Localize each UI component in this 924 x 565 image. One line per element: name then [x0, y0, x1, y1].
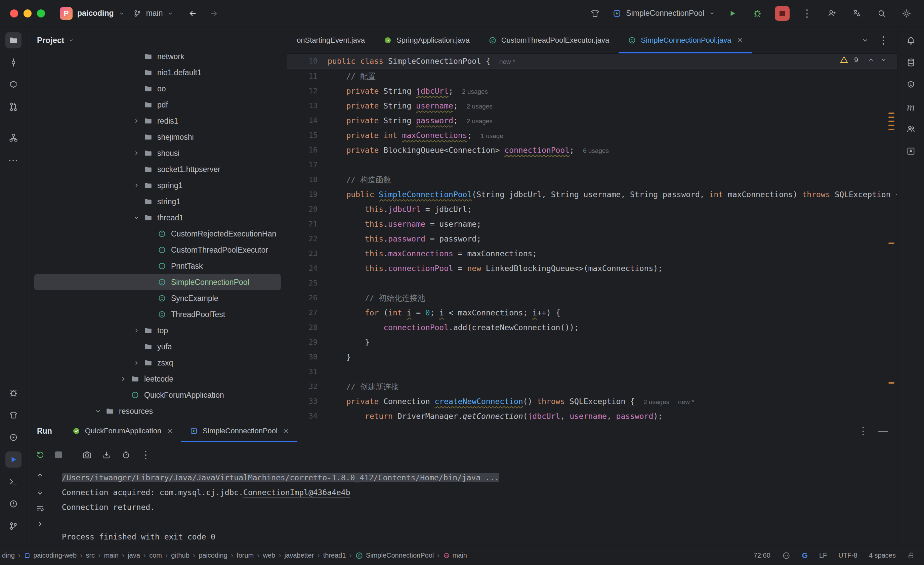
tree-item[interactable]: CQuickForumApplication	[27, 387, 287, 403]
tree-item[interactable]: leetcode	[27, 371, 287, 387]
breadcrumb-item[interactable]: web	[263, 552, 276, 559]
scroll-to-bottom-button[interactable]	[36, 488, 44, 496]
usages-hint[interactable]: 2 usages	[467, 118, 493, 124]
code-editor[interactable]: 11// 配置12private String jdbcUrl;2 usages…	[287, 69, 897, 420]
usages-hint[interactable]: 2 usages	[467, 103, 493, 110]
line-ending[interactable]: LF	[819, 552, 827, 559]
rerun-button[interactable]	[36, 450, 45, 460]
close-tab-icon[interactable]: ×	[737, 35, 742, 45]
tree-chevron-icon[interactable]	[130, 214, 143, 221]
breadcrumb-item[interactable]: java	[128, 552, 140, 559]
maven-tool-button[interactable]: m	[903, 99, 919, 115]
editor-tab[interactable]: onStartingEvent.java	[287, 27, 374, 53]
tree-chevron-icon[interactable]	[130, 327, 143, 334]
unlocked-icon[interactable]	[907, 552, 915, 560]
tree-chevron-icon[interactable]	[92, 408, 105, 415]
editor-tab[interactable]: CCustomThreadPoolExecutor.java	[479, 27, 619, 53]
project-tool-button[interactable]	[5, 32, 21, 48]
breadcrumb-item[interactable]: paicoding	[199, 552, 228, 559]
thread-dump-button[interactable]	[82, 450, 92, 460]
project-panel-header[interactable]: Project	[27, 27, 287, 54]
run-tool-button[interactable]	[5, 451, 21, 468]
ai-assistant-tool-button[interactable]	[903, 76, 919, 93]
console-output[interactable]: /Users/itwanger/Library/Java/JavaVirtual…	[53, 468, 897, 546]
caret-position[interactable]: 72:60	[754, 552, 771, 559]
tree-item[interactable]: redis1	[27, 113, 287, 129]
breadcrumb-item[interactable]: CSimpleConnectionPool	[355, 552, 434, 560]
g-translate-icon[interactable]: G	[802, 551, 808, 560]
tree-item[interactable]: resources	[27, 403, 287, 419]
stop-button[interactable]	[775, 6, 790, 21]
back-button[interactable]	[188, 9, 198, 18]
usages-hint[interactable]: 2 usages	[644, 399, 669, 405]
forward-button[interactable]	[209, 9, 218, 18]
close-tab-icon[interactable]: ×	[284, 426, 289, 436]
translate-button[interactable]	[849, 6, 864, 21]
breadcrumb-item[interactable]: paicoding-web	[24, 552, 76, 559]
usages-hint[interactable]: 1 usage	[480, 132, 503, 139]
breadcrumb-item[interactable]: com	[149, 552, 162, 559]
stop-process-button[interactable]	[55, 451, 62, 458]
tree-item[interactable]: spring1	[27, 177, 287, 193]
run-config-selector[interactable]: SimpleConnectionPool	[612, 9, 715, 18]
prev-warning-icon[interactable]	[867, 57, 874, 63]
structure-tool-button[interactable]	[5, 130, 21, 146]
zoom-window-button[interactable]	[37, 9, 45, 18]
copilot-status-icon[interactable]	[782, 551, 790, 560]
usages-hint[interactable]: new *	[499, 58, 515, 65]
breadcrumb-item[interactable]: mmain	[443, 552, 467, 559]
editor-tab[interactable]: SpringApplication.java	[374, 27, 479, 53]
file-encoding[interactable]: UTF-8	[838, 552, 858, 559]
breadcrumb-item[interactable]: javabetter	[285, 552, 314, 559]
branch-widget[interactable]: main	[134, 9, 174, 18]
editor-more-options-icon[interactable]: ⋮	[878, 35, 888, 45]
scroll-to-top-button[interactable]	[36, 472, 44, 480]
tree-item[interactable]: pdf	[27, 97, 287, 113]
minimize-window-button[interactable]	[24, 9, 32, 18]
close-tab-icon[interactable]: ×	[167, 426, 172, 436]
tree-item[interactable]: shejimoshi	[27, 129, 287, 145]
tree-item[interactable]: CSyncExample	[27, 290, 287, 306]
next-warning-icon[interactable]	[880, 57, 887, 63]
code-with-me-button[interactable]	[825, 6, 839, 21]
tree-chevron-icon[interactable]	[130, 360, 143, 366]
tree-item[interactable]: CThreadPoolTest	[27, 306, 287, 322]
tree-item[interactable]: network	[27, 54, 287, 64]
breadcrumb-item[interactable]: github	[171, 552, 189, 559]
services-tool-button[interactable]	[5, 429, 21, 445]
more-tool-windows-button[interactable]: ⋯	[5, 152, 21, 168]
project-widget[interactable]: P paicoding	[60, 7, 124, 20]
tree-item[interactable]: top	[27, 322, 287, 339]
indent-setting[interactable]: 4 spaces	[869, 552, 896, 559]
tab-list-chevron-icon[interactable]	[861, 37, 869, 44]
tree-chevron-icon[interactable]	[130, 150, 143, 157]
minimize-panel-icon[interactable]: —	[878, 426, 888, 436]
tree-chevron-icon[interactable]	[130, 182, 143, 189]
tree-item[interactable]: oo	[27, 81, 287, 97]
breadcrumb-item[interactable]: thread1	[323, 552, 346, 559]
collab-tool-button[interactable]	[5, 76, 21, 93]
tree-item[interactable]: CPrintTask	[27, 258, 287, 274]
tree-item[interactable]: nio1.default1	[27, 64, 287, 81]
author-hint[interactable]: new *	[678, 399, 694, 405]
project-tree[interactable]: networknio1.default1oopdfredis1shejimosh…	[27, 54, 287, 420]
breadcrumb-item[interactable]: ding	[2, 552, 15, 559]
soft-wrap-button[interactable]	[36, 504, 44, 513]
tree-item[interactable]: yufa	[27, 339, 287, 355]
tree-item[interactable]: thread1	[27, 210, 287, 226]
tree-item[interactable]: string1	[27, 193, 287, 210]
run-tab[interactable]: QuickForumApplication×	[63, 420, 182, 442]
tree-item[interactable]: CSimpleConnectionPool	[34, 274, 281, 290]
tree-item[interactable]: socket1.httpserver	[27, 161, 287, 177]
console[interactable]: /Users/itwanger/Library/Java/JavaVirtual…	[27, 468, 897, 546]
search-everywhere-button[interactable]	[874, 6, 889, 21]
inspections-widget[interactable]: 9	[840, 56, 887, 64]
breadcrumb-item[interactable]: main	[104, 552, 118, 559]
version-control-tool-button[interactable]	[5, 518, 21, 534]
tree-item[interactable]: zsxq	[27, 355, 287, 371]
tree-item[interactable]: CCustomRejectedExecutionHan	[27, 226, 287, 242]
expand-rail-button[interactable]	[36, 520, 44, 528]
tree-chevron-icon[interactable]	[130, 118, 143, 124]
tree-chevron-icon[interactable]	[117, 376, 130, 382]
editor-tab[interactable]: CSimpleConnectionPool.java×	[619, 27, 752, 53]
